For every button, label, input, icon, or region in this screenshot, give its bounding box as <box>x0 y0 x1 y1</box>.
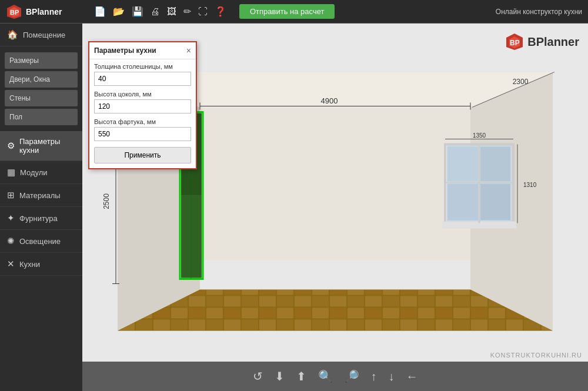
params-popup-header: Параметры кухни × <box>89 42 196 59</box>
floor-button[interactable]: Пол <box>5 109 78 125</box>
walls-button[interactable]: Стены <box>5 90 78 106</box>
svg-text:2300: 2300 <box>513 78 529 86</box>
canvas-logo-icon: BP <box>505 32 524 51</box>
svg-text:1350: 1350 <box>473 132 486 139</box>
fullscreen-icon[interactable]: ⛶ <box>198 6 208 17</box>
logo-text: BPlanner <box>26 7 62 16</box>
tilt-up-icon[interactable]: ⬆ <box>296 369 306 383</box>
sidebar-item-osveshenie[interactable]: ✺ Освещение <box>0 230 82 253</box>
sidebar-item-materialy[interactable]: ⊞ Материалы <box>0 184 82 207</box>
sidebar-params-label: Параметры кухни <box>19 137 75 155</box>
zoom-out-icon[interactable]: 🔎 <box>345 369 359 383</box>
move-up-icon[interactable]: ↑ <box>371 370 377 383</box>
sidebar-item-kuhni[interactable]: ✕ Кухни <box>0 253 82 276</box>
tilt-down-icon[interactable]: ⬇ <box>275 369 285 383</box>
thickness-row: Толщина столешницы, мм <box>89 59 196 87</box>
materials-icon: ⊞ <box>7 190 15 200</box>
help-icon[interactable]: ❓ <box>215 6 226 17</box>
canvas-logo-text: BPlanner <box>527 35 579 49</box>
svg-text:2500: 2500 <box>102 193 111 209</box>
pencil-icon[interactable]: ✏ <box>183 6 191 17</box>
sidebar-pomeshenie-label: Помещение <box>23 31 65 39</box>
toolbar-right-text: Онлайн конструктор кухни <box>496 8 582 16</box>
sidebar-item-params-kuhni[interactable]: ⚙ Параметры кухни <box>0 131 82 161</box>
rotate-left-icon[interactable]: ↺ <box>253 369 263 383</box>
apron-input[interactable] <box>94 127 191 141</box>
apron-row: Высота фартука, мм <box>89 115 196 142</box>
sidebar-item-pomeshenie[interactable]: 🏠 Помещение <box>0 24 82 46</box>
zoom-in-icon[interactable]: 🔍 <box>318 369 333 383</box>
sidebar-item-furnitura[interactable]: ✦ Фурнитура <box>0 207 82 230</box>
svg-text:BP: BP <box>10 9 19 16</box>
svg-rect-38 <box>447 147 478 182</box>
sub-buttons-group: Размеры Двери, Окна Стены Пол <box>0 46 82 131</box>
new-file-icon[interactable]: 📄 <box>94 6 106 17</box>
hardware-icon: ✦ <box>7 213 15 223</box>
bplanner-logo-icon: BP <box>6 4 22 20</box>
sidebar-osveshenie-label: Освещение <box>19 237 61 246</box>
canvas-logo: BP BPlanner <box>505 32 579 51</box>
svg-rect-41 <box>480 184 510 220</box>
apron-label: Высота фартука, мм <box>94 118 191 125</box>
doors-windows-button[interactable]: Двери, Окна <box>5 71 78 88</box>
open-folder-icon[interactable]: 📂 <box>113 6 125 17</box>
sidebar-moduli-label: Модули <box>20 168 48 177</box>
thickness-input[interactable] <box>94 72 191 86</box>
params-popup-close-button[interactable]: × <box>186 46 191 55</box>
toolbar: BP BPlanner 📄 📂 💾 🖨 🖼 ✏ ⛶ ❓ Отправить на… <box>0 0 588 24</box>
light-icon: ✺ <box>7 236 15 246</box>
modules-icon: ▦ <box>7 167 15 178</box>
logo-area: BP BPlanner <box>6 4 88 20</box>
svg-rect-22 <box>181 196 202 278</box>
kitchen-icon: ✕ <box>7 259 15 269</box>
sidebar-materialy-label: Материалы <box>19 191 61 200</box>
sidebar-kuhni-label: Кухни <box>19 260 40 269</box>
svg-rect-39 <box>480 147 510 182</box>
sizes-button[interactable]: Размеры <box>5 52 78 69</box>
print-icon[interactable]: 🖨 <box>151 6 160 17</box>
svg-rect-40 <box>447 184 478 220</box>
params-popup: Параметры кухни × Толщина столешницы, мм… <box>88 41 197 169</box>
canvas-area: BP BPlanner <box>82 24 588 391</box>
bottom-bar: ↺ ⬇ ⬆ 🔍 🔎 ↑ ↓ ← <box>82 362 588 391</box>
gear-icon: ⚙ <box>7 141 15 151</box>
watermark: KONSTRUKTORKUHNI.RU <box>490 352 582 359</box>
plinth-label: Высота цоколя, мм <box>94 91 191 98</box>
sidebar-furnitura-label: Фурнитура <box>19 214 58 223</box>
send-to-calculation-button[interactable]: Отправить на расчет <box>239 4 335 19</box>
plinth-row: Высота цоколя, мм <box>89 87 196 115</box>
main-area: 🏠 Помещение Размеры Двери, Окна Стены По… <box>0 24 588 391</box>
params-popup-title: Параметры кухни <box>94 46 156 55</box>
move-down-icon[interactable]: ↓ <box>389 370 395 383</box>
svg-text:BP: BP <box>510 39 520 47</box>
image-icon[interactable]: 🖼 <box>167 6 176 17</box>
sidebar: 🏠 Помещение Размеры Двери, Окна Стены По… <box>0 24 82 391</box>
apply-button[interactable]: Применить <box>94 147 191 163</box>
thickness-label: Толщина столешницы, мм <box>94 63 191 70</box>
plinth-input[interactable] <box>94 99 191 113</box>
sidebar-item-moduli[interactable]: ▦ Модули <box>0 161 82 184</box>
svg-text:4900: 4900 <box>321 96 338 105</box>
toolbar-icons: 📄 📂 💾 🖨 🖼 ✏ ⛶ ❓ Отправить на расчет <box>88 4 496 19</box>
save-as-icon[interactable]: 💾 <box>132 6 143 17</box>
back-icon[interactable]: ← <box>406 370 418 383</box>
svg-text:1310: 1310 <box>523 182 537 188</box>
home-icon: 🏠 <box>7 29 18 40</box>
